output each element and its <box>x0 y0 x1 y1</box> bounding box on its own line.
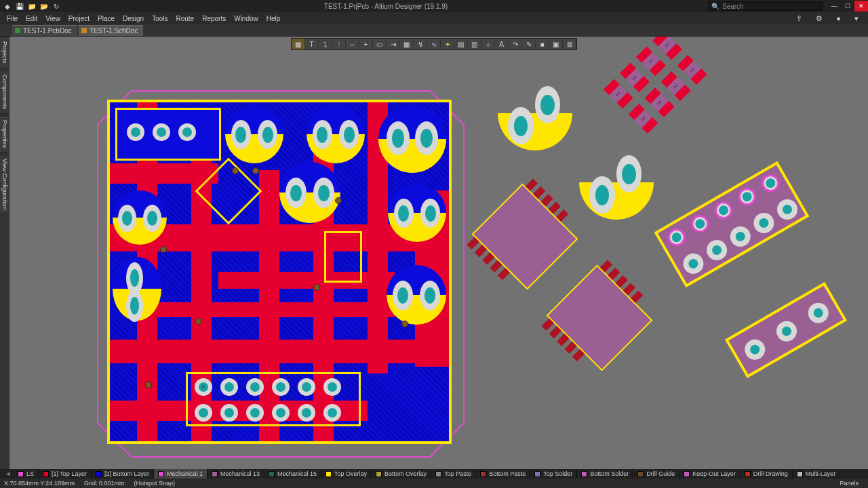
via[interactable] <box>313 284 320 291</box>
search-box[interactable]: 🔍 Search <box>708 1 823 11</box>
layer-tab[interactable]: Top Paste <box>431 469 476 479</box>
cap-c1[interactable] <box>225 105 283 163</box>
tb-fillb-icon[interactable]: ▣ <box>549 39 563 49</box>
pad[interactable] <box>298 378 315 396</box>
menu-reports[interactable]: Reports <box>198 14 230 24</box>
panel-projects[interactable]: Projects <box>0 37 9 68</box>
layer-tab[interactable]: Top Solder <box>530 469 577 479</box>
pad[interactable] <box>246 404 264 422</box>
panel-properties[interactable]: Properties <box>0 115 9 152</box>
layer-tab[interactable]: Bottom Solder <box>577 469 633 479</box>
maximize-button[interactable]: ☐ <box>841 1 854 12</box>
pad[interactable]: ✕ <box>195 378 212 396</box>
pad[interactable] <box>272 404 290 422</box>
tb-clear-icon[interactable]: ⊠ <box>563 39 576 49</box>
pad[interactable] <box>220 404 238 422</box>
menu-help[interactable]: Help <box>262 14 285 24</box>
pad-gnd[interactable] <box>127 123 144 141</box>
tb-rect-icon[interactable]: ▭ <box>373 39 387 49</box>
tb-copper-icon[interactable]: ▥ <box>468 39 481 49</box>
pcb-editor-canvas[interactable]: ✕ 1 2 1 2 1 2 1 2 <box>9 37 868 469</box>
user-icon[interactable]: ▾ <box>850 13 863 24</box>
pad-3[interactable] <box>178 123 196 141</box>
layer-tab[interactable]: [1] Top Layer <box>39 469 92 479</box>
layer-prev-icon[interactable]: ◄ <box>4 470 12 477</box>
layer-tab[interactable]: Multi-Layer <box>793 469 841 479</box>
layer-tab[interactable]: Drill Guide <box>633 469 679 479</box>
panel-view-config[interactable]: View Configuration <box>0 154 9 214</box>
panels-button[interactable]: Panels <box>834 480 864 487</box>
layer-tab[interactable]: LS <box>14 469 39 479</box>
tab-pcbdoc[interactable]: TEST-1.PcbDoc <box>12 25 77 36</box>
cap-c3[interactable] <box>378 105 446 173</box>
tb-plus-icon[interactable]: + <box>359 39 373 49</box>
outline-u2[interactable] <box>324 231 362 283</box>
cap-c4[interactable] <box>279 162 340 223</box>
pad[interactable] <box>272 378 290 396</box>
cap-c2[interactable] <box>307 105 365 163</box>
pcb-board[interactable]: ✕ <box>110 102 449 441</box>
loose-cap-1[interactable] <box>498 76 572 150</box>
conn-j4[interactable] <box>725 282 847 378</box>
tb-alignh-icon[interactable]: ↔ <box>346 39 359 49</box>
layer-tab[interactable]: Mechanical 15 <box>264 469 321 479</box>
tb-rotate-icon[interactable]: ⤵ <box>319 39 332 49</box>
cap-c8[interactable] <box>387 265 446 325</box>
pad-2[interactable] <box>153 123 170 141</box>
layer-tab[interactable]: Bottom Overlay <box>372 469 431 479</box>
bell-icon[interactable]: ● <box>832 13 845 24</box>
layer-tab[interactable]: Bottom Paste <box>476 469 530 479</box>
menu-place[interactable]: Place <box>94 14 119 24</box>
tb-alignv-icon[interactable]: ⋮ <box>332 39 346 49</box>
menu-tools[interactable]: Tools <box>148 14 172 24</box>
layer-tab[interactable]: Mechanical 1 <box>154 469 208 479</box>
tb-grid-icon[interactable]: ▦ <box>400 39 414 49</box>
tab-schdoc[interactable]: TEST-1.SchDoc <box>79 25 144 36</box>
pad[interactable] <box>246 378 264 396</box>
via[interactable] <box>195 318 202 325</box>
tb-arc-icon[interactable]: ↷ <box>509 39 522 49</box>
header-j1[interactable] <box>115 108 221 161</box>
gear-icon[interactable]: ⚙ <box>812 13 827 24</box>
cap-c5[interactable] <box>388 184 446 242</box>
conn-j3[interactable] <box>654 161 810 287</box>
layer-tab[interactable]: Mechanical 13 <box>208 469 264 479</box>
layer-tab[interactable]: Drill Drawing <box>741 469 793 479</box>
close-button[interactable]: ✕ <box>854 1 868 12</box>
menu-edit[interactable]: Edit <box>22 14 41 24</box>
share-icon[interactable]: ⇪ <box>792 13 806 24</box>
layer-tab[interactable]: Top Overlay <box>321 469 372 479</box>
tb-diff-icon[interactable]: ∿ <box>427 39 441 49</box>
via[interactable] <box>335 197 342 204</box>
tb-note-icon[interactable]: ✎ <box>522 39 536 49</box>
menu-project[interactable]: Project <box>64 14 94 24</box>
pad[interactable] <box>298 404 315 422</box>
cap-c7[interactable] <box>113 257 161 321</box>
layer-tab[interactable]: [2] Bottom Layer <box>92 469 154 479</box>
tb-move-icon[interactable]: T <box>305 39 319 49</box>
pad[interactable] <box>195 404 212 422</box>
cap-c6[interactable] <box>113 190 167 245</box>
menu-route[interactable]: Route <box>172 14 199 24</box>
save-icon[interactable]: 💾 <box>15 1 24 11</box>
tb-select-icon[interactable]: ▦ <box>292 39 305 49</box>
minimize-button[interactable]: — <box>827 1 841 12</box>
menu-design[interactable]: Design <box>119 14 148 24</box>
via[interactable] <box>145 382 152 388</box>
via[interactable] <box>160 246 167 253</box>
open-icon[interactable]: 📁 <box>27 1 37 11</box>
via[interactable] <box>232 167 239 174</box>
pad[interactable] <box>220 378 238 396</box>
header-j2[interactable]: ✕ <box>186 372 361 426</box>
via[interactable] <box>252 167 259 174</box>
refresh-icon[interactable]: ↻ <box>52 1 61 11</box>
panel-components[interactable]: Components <box>0 70 9 114</box>
tb-route-icon[interactable]: ↯ <box>414 39 427 49</box>
tb-text-icon[interactable]: A <box>495 39 509 49</box>
pad[interactable] <box>323 404 341 422</box>
tb-dim-icon[interactable]: ⇥ <box>387 39 400 49</box>
tb-star-icon[interactable]: ✦ <box>441 39 454 49</box>
tb-layers-icon[interactable]: ▤ <box>454 39 468 49</box>
tb-measure-icon[interactable]: ⟐ <box>481 39 495 49</box>
layer-tab[interactable]: Keep-Out Layer <box>679 469 741 479</box>
